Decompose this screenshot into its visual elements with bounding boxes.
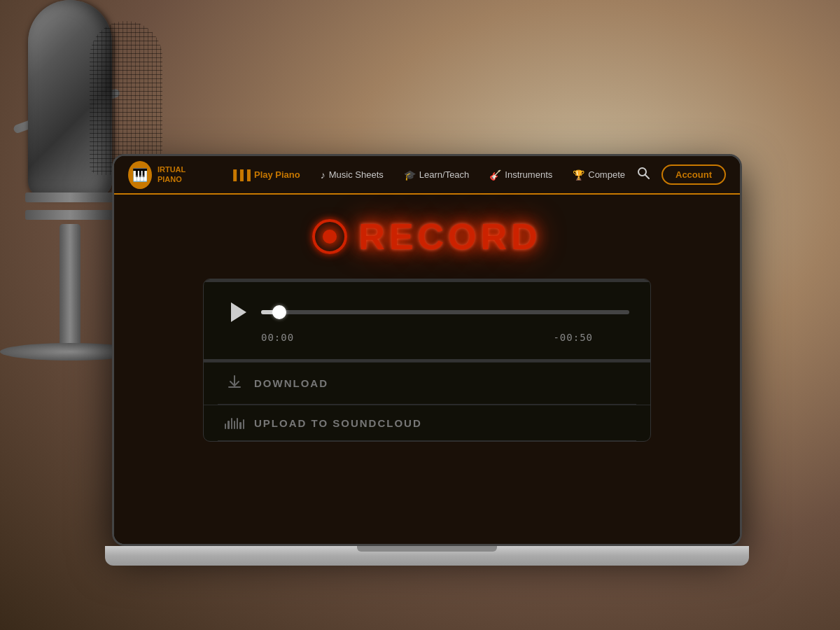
- nav-item-music-sheets[interactable]: ♪ Music Sheets: [312, 165, 392, 185]
- download-label: DOWNLOAD: [254, 377, 328, 389]
- nav-item-learn-teach[interactable]: 🎓 Learn/Teach: [396, 165, 478, 185]
- nav-item-instruments[interactable]: 🎸 Instruments: [481, 165, 561, 185]
- search-icon: [636, 166, 650, 180]
- download-row[interactable]: DOWNLOAD: [204, 362, 650, 404]
- compete-icon: 🏆: [573, 169, 584, 181]
- player-controls: 00:00 -00:50: [204, 282, 650, 354]
- laptop-hinge: [357, 546, 497, 552]
- divider-upload: [218, 440, 636, 441]
- download-icon: [225, 374, 244, 393]
- account-button[interactable]: Account: [662, 164, 726, 185]
- soundcloud-icon: [225, 416, 244, 429]
- search-button[interactable]: [634, 163, 653, 186]
- play-button[interactable]: [225, 300, 250, 325]
- progress-thumb[interactable]: [272, 305, 286, 319]
- main-content: RECORD: [114, 195, 740, 544]
- audio-player: 00:00 -00:50 DOWNLOAD: [203, 279, 651, 442]
- laptop-base: [105, 546, 749, 566]
- play-triangle-icon: [231, 302, 246, 322]
- record-label: RECORD: [358, 216, 541, 258]
- nav-item-compete[interactable]: 🏆 Compete: [564, 165, 634, 185]
- logo-text: IRTUAL PIANO: [158, 165, 204, 183]
- progress-bar[interactable]: [261, 310, 629, 314]
- time-row: 00:00 -00:50: [225, 332, 629, 343]
- nav-items: ▐▐▐ Play Piano ♪ Music Sheets 🎓 Learn/Te…: [221, 165, 634, 185]
- music-sheets-icon: ♪: [321, 169, 326, 181]
- upload-soundcloud-row[interactable]: UPLOAD TO SOUNDCLOUD: [204, 405, 650, 440]
- learn-teach-icon: 🎓: [404, 169, 416, 181]
- playback-row: [225, 300, 629, 325]
- time-remaining: -00:50: [553, 332, 593, 343]
- upload-soundcloud-label: UPLOAD TO SOUNDCLOUD: [254, 417, 422, 429]
- nav-logo[interactable]: 🎹 IRTUAL PIANO: [128, 161, 204, 189]
- laptop: 🎹 IRTUAL PIANO ▐▐▐ Play Piano ♪ Music Sh…: [112, 154, 742, 588]
- nav-right: Account: [634, 163, 726, 186]
- laptop-screen: 🎹 IRTUAL PIANO ▐▐▐ Play Piano ♪ Music Sh…: [112, 154, 742, 546]
- play-piano-icon: ▐▐▐: [230, 169, 251, 181]
- record-title-row: RECORD: [312, 216, 541, 258]
- instruments-icon: 🎸: [489, 169, 501, 181]
- logo-icon: 🎹: [128, 161, 152, 189]
- svg-line-1: [645, 175, 649, 178]
- nav-item-play-piano[interactable]: ▐▐▐ Play Piano: [221, 165, 309, 185]
- record-icon: [312, 219, 347, 254]
- app-container: 🎹 IRTUAL PIANO ▐▐▐ Play Piano ♪ Music Sh…: [114, 156, 740, 544]
- navbar: 🎹 IRTUAL PIANO ▐▐▐ Play Piano ♪ Music Sh…: [114, 156, 740, 195]
- time-current: 00:00: [261, 332, 294, 343]
